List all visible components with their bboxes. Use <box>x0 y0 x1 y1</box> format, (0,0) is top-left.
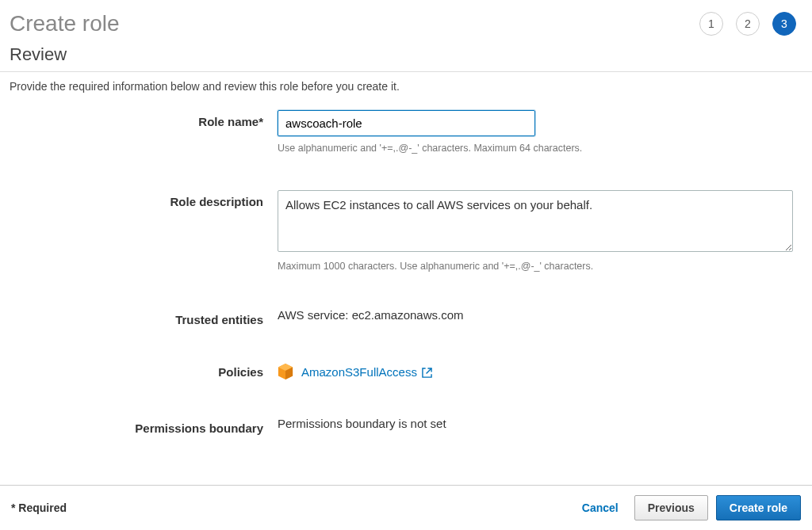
required-note: * Required <box>11 501 67 514</box>
permissions-boundary-label: Permissions boundary <box>10 417 278 435</box>
trusted-entities-value: AWS service: ec2.amazonaws.com <box>278 308 793 322</box>
step-2[interactable]: 2 <box>736 12 760 36</box>
svg-line-3 <box>426 368 431 373</box>
section-heading: Review <box>10 44 802 65</box>
role-name-input[interactable] <box>278 110 535 136</box>
trusted-entities-label: Trusted entities <box>10 308 278 326</box>
create-role-button[interactable]: Create role <box>716 495 801 520</box>
step-1[interactable]: 1 <box>699 12 723 36</box>
role-name-hint: Use alphanumeric and '+=,.@-_' character… <box>278 143 793 154</box>
policy-row: AmazonS3FullAccess <box>278 363 793 380</box>
permissions-boundary-value: Permissions boundary is not set <box>278 417 793 430</box>
step-3[interactable]: 3 <box>772 12 796 36</box>
policy-link[interactable]: AmazonS3FullAccess <box>301 365 432 379</box>
cancel-button[interactable]: Cancel <box>574 495 626 520</box>
role-name-label: Role name* <box>10 110 278 128</box>
policies-label: Policies <box>10 365 278 379</box>
policy-managed-icon <box>278 363 293 380</box>
role-description-hint: Maximum 1000 characters. Use alphanumeri… <box>278 261 793 272</box>
section-instruction: Provide the required information below a… <box>0 80 812 110</box>
policy-name: AmazonS3FullAccess <box>301 365 417 379</box>
role-description-label: Role description <box>10 190 278 208</box>
page-title: Create role <box>10 11 120 36</box>
external-link-icon <box>422 367 432 377</box>
step-indicator: 1 2 3 <box>699 12 802 36</box>
role-description-textarea[interactable] <box>278 190 793 252</box>
previous-button[interactable]: Previous <box>634 495 708 520</box>
